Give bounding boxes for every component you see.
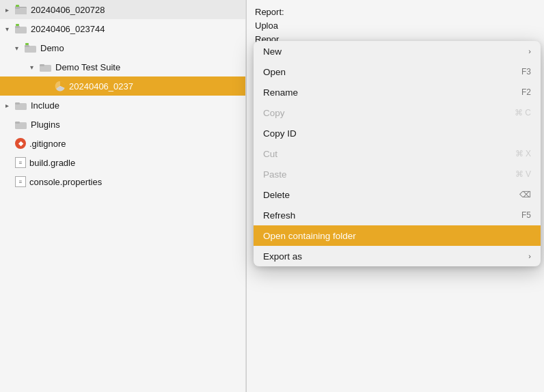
menu-item-delete[interactable]: Delete ⌫ <box>254 184 541 205</box>
menu-label-paste: Paste <box>263 169 287 180</box>
menu-label-new: New <box>263 46 282 57</box>
menu-item-export-as[interactable]: Export as › <box>254 246 541 266</box>
svg-rect-7 <box>15 26 20 28</box>
report-icon <box>55 81 66 92</box>
menu-label-open-folder: Open containing folder <box>263 231 356 241</box>
arrow-demo-suite <box>30 64 40 71</box>
tree-item-folder2[interactable]: 20240406_023744 <box>0 19 245 38</box>
shortcut-open: F3 <box>521 67 531 76</box>
menu-item-new[interactable]: New › <box>254 41 541 61</box>
chevron-icon-export-as: › <box>528 252 531 260</box>
git-icon: ◆ <box>15 138 26 149</box>
folder-icon-demo-suite <box>40 62 52 72</box>
tree-label-report: 20240406_0237 <box>69 81 133 92</box>
folder-icon-include <box>15 100 27 110</box>
menu-label-open: Open <box>263 67 286 77</box>
shortcut-paste: ⌘ V <box>515 169 531 179</box>
tree-item-report[interactable]: 20240406_0237 <box>0 76 245 96</box>
tree-label-build-gradle: build.gradle <box>29 158 75 168</box>
tree-item-console-props[interactable]: ≡ console.properties <box>0 172 245 191</box>
svg-rect-4 <box>15 7 20 9</box>
file-icon-build-gradle: ≡ <box>15 157 26 168</box>
menu-label-cut: Cut <box>263 149 277 159</box>
tree-item-include[interactable]: Include <box>0 96 245 115</box>
folder-icon-folder2 <box>15 24 27 33</box>
tree-item-folder1[interactable]: 20240406_020728 <box>0 0 245 19</box>
tree-label-demo: Demo <box>40 43 64 53</box>
file-tree: 20240406_020728 20240406_023744 Demo <box>0 0 246 392</box>
menu-item-open[interactable]: Open F3 <box>254 61 541 82</box>
menu-item-copy: Copy ⌘ C <box>254 102 541 123</box>
tree-label-include: Include <box>31 100 59 111</box>
shortcut-rename: F2 <box>521 87 531 97</box>
menu-item-open-folder[interactable]: Open containing folder <box>254 225 541 246</box>
menu-item-cut: Cut ⌘ X <box>254 143 541 164</box>
tree-label-plugins: Plugins <box>31 120 60 130</box>
arrow-folder2 <box>5 25 15 33</box>
menu-item-copy-id[interactable]: Copy ID <box>254 123 541 143</box>
folder-icon-folder1 <box>15 5 27 14</box>
svg-rect-11 <box>25 43 29 45</box>
tree-label-console-props: console.properties <box>29 177 102 187</box>
chevron-icon-new: › <box>528 47 531 55</box>
folder-icon-plugins <box>15 120 27 129</box>
context-menu: New › Open F3 Rename F2 Copy ⌘ C Copy ID… <box>254 41 541 266</box>
tree-item-demo-suite[interactable]: Demo Test Suite <box>0 57 245 76</box>
svg-rect-13 <box>40 64 44 66</box>
right-line-2: Uploa <box>255 19 536 33</box>
svg-rect-5 <box>16 5 19 7</box>
tree-item-plugins[interactable]: Plugins <box>0 115 245 134</box>
tree-item-build-gradle[interactable]: ≡ build.gradle <box>0 153 245 172</box>
tree-label-demo-suite: Demo Test Suite <box>55 62 120 72</box>
tree-label-folder1: 20240406_020728 <box>31 5 105 15</box>
menu-label-copy-id: Copy ID <box>263 128 297 139</box>
arrow-folder1 <box>5 6 15 14</box>
shortcut-delete: ⌫ <box>519 190 531 199</box>
svg-rect-10 <box>25 45 29 47</box>
arrow-include <box>5 102 15 109</box>
menu-label-export-as: Export as <box>263 251 302 262</box>
right-panel: Report: Uploa Repor New › Open F3 Rename… <box>247 0 544 392</box>
shortcut-cut: ⌘ X <box>515 149 531 158</box>
menu-label-copy: Copy <box>263 108 285 118</box>
tree-label-folder2: 20240406_023744 <box>31 24 105 34</box>
shortcut-copy: ⌘ C <box>515 108 531 117</box>
tree-label-gitignore: .gitignore <box>29 139 66 149</box>
right-line-1: Report: <box>255 5 536 19</box>
tree-item-demo[interactable]: Demo <box>0 38 245 57</box>
menu-label-refresh: Refresh <box>263 210 295 221</box>
menu-label-delete: Delete <box>263 190 290 200</box>
svg-rect-18 <box>15 122 20 124</box>
menu-label-rename: Rename <box>263 87 298 98</box>
svg-rect-8 <box>16 24 19 26</box>
folder-icon-demo <box>25 43 37 53</box>
menu-item-rename[interactable]: Rename F2 <box>254 82 541 102</box>
menu-item-refresh[interactable]: Refresh F5 <box>254 205 541 225</box>
svg-rect-16 <box>15 102 20 104</box>
tree-item-gitignore[interactable]: ◆ .gitignore <box>0 134 245 153</box>
shortcut-refresh: F5 <box>521 210 531 220</box>
file-icon-console-props: ≡ <box>15 176 26 187</box>
arrow-demo <box>15 44 25 52</box>
menu-item-paste: Paste ⌘ V <box>254 164 541 184</box>
